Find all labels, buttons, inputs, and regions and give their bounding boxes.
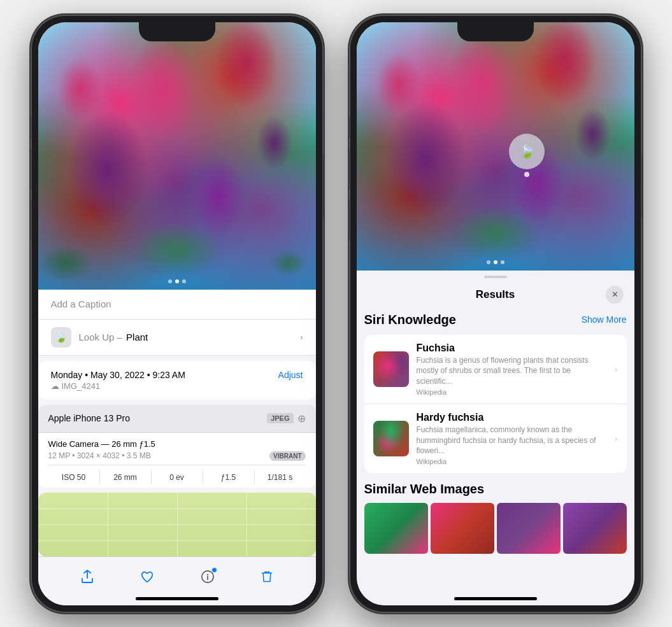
filename: IMG_4241	[62, 381, 101, 391]
visual-lookup-icon: 🍃	[51, 327, 71, 348]
fuchsia-thumb-image	[373, 351, 409, 387]
exif-row: ISO 50 26 mm 0 ev ƒ1.5 1/181 s	[48, 465, 306, 484]
hardy-fuchsia-source: Wikipedia	[417, 458, 607, 465]
info-button[interactable]	[196, 565, 220, 593]
camera-badges: JPEG ⊕	[267, 412, 305, 425]
phone2-home-indicator	[454, 597, 537, 600]
camera-header: Apple iPhone 13 Pro JPEG ⊕	[38, 405, 316, 433]
hardy-fuchsia-name: Hardy fuchsia	[417, 412, 607, 423]
fuchsia-description: Fuchsia is a genus of flowering plants t…	[417, 355, 607, 387]
hardy-fuchsia-chevron-icon: ›	[615, 433, 618, 444]
exif-f: ƒ1.5	[203, 470, 255, 484]
fuchsia-thumbnail	[373, 351, 409, 387]
lookup-subject: Plant	[126, 332, 148, 342]
info-badge	[211, 567, 217, 573]
map-line-v1	[108, 493, 108, 556]
map-area[interactable]	[38, 493, 316, 556]
map-line-v2	[177, 493, 178, 556]
flower-overlay	[38, 22, 316, 290]
exif-ev: 0 ev	[152, 470, 203, 484]
lookup-label: Look Up – Plant	[79, 332, 148, 342]
phone-1-screen: Add a Caption 🍃 Look Up – Plant › Monday…	[38, 22, 316, 605]
volume-up-button[interactable]	[31, 148, 31, 190]
phone2-volume-down-button[interactable]	[349, 199, 350, 241]
hardy-fuchsia-thumbnail	[373, 421, 409, 456]
exif-iso: ISO 50	[48, 470, 100, 484]
meta-cloud-row: ☁ IMG_4241	[51, 381, 303, 391]
photo-display[interactable]	[38, 22, 316, 290]
location-icon[interactable]: ⊕	[297, 412, 306, 425]
fuchsia-info: Fuchsia Fuchsia is a genus of flowering …	[417, 342, 607, 396]
hardy-fuchsia-description: Fuchsia magellanica, commonly known as t…	[417, 425, 607, 456]
close-icon: ✕	[611, 290, 618, 299]
notch	[139, 22, 215, 41]
volume-down-button[interactable]	[31, 199, 31, 241]
phone2-mute-button[interactable]	[349, 116, 350, 139]
dot-3	[182, 279, 186, 283]
dot2-2	[494, 260, 497, 264]
siri-knowledge-header: Siri Knowledge Show More	[364, 310, 627, 330]
hardy-fuchsia-info: Hardy fuchsia Fuchsia magellanica, commo…	[417, 412, 607, 465]
similar-image-4[interactable]	[563, 503, 627, 554]
siri-knowledge-title: Siri Knowledge	[364, 313, 456, 327]
vibrant-badge: VIBRANT	[269, 451, 305, 461]
similar-image-3[interactable]	[497, 503, 561, 554]
info-panel: Add a Caption 🍃 Look Up – Plant › Monday…	[38, 290, 316, 605]
page-dots-2	[487, 260, 504, 264]
flower-overlay-2	[357, 22, 634, 271]
phone-2: 🍃 Results ✕	[349, 15, 642, 613]
adjust-button[interactable]: Adjust	[278, 370, 303, 380]
map-line-v3	[247, 493, 247, 556]
results-content: Siri Knowledge Show More Fuchsia Fuchsia…	[357, 310, 634, 605]
fuchsia-chevron-icon: ›	[615, 364, 618, 374]
jpeg-badge: JPEG	[267, 413, 293, 423]
fuchsia-source: Wikipedia	[417, 388, 607, 396]
lookup-chevron-icon: ›	[300, 332, 303, 342]
knowledge-item-hardy-fuchsia[interactable]: Hardy fuchsia Fuchsia magellanica, commo…	[364, 404, 627, 473]
similar-title: Similar Web Images	[364, 482, 627, 497]
phone2-volume-up-button[interactable]	[349, 148, 350, 190]
delete-button[interactable]	[255, 565, 278, 593]
dot-1	[168, 279, 172, 283]
drag-handle[interactable]	[484, 276, 507, 278]
camera-section: Apple iPhone 13 Pro JPEG ⊕ Wide Camera —…	[38, 405, 316, 488]
share-button[interactable]	[75, 565, 99, 593]
camera-specs: 12 MP • 3024 × 4032 • 3.5 MB VIBRANT	[48, 451, 306, 461]
exif-mm: 26 mm	[100, 470, 152, 484]
knowledge-item-fuchsia[interactable]: Fuchsia Fuchsia is a genus of flowering …	[364, 335, 627, 404]
dot2-1	[487, 260, 490, 264]
phone2-notch	[457, 22, 534, 41]
dot2-3	[501, 260, 504, 264]
phone2-power-button[interactable]	[641, 155, 642, 218]
mute-button[interactable]	[31, 116, 31, 139]
favorite-button[interactable]	[135, 565, 159, 593]
results-panel: Results ✕ Siri Knowledge Show More	[357, 271, 634, 605]
phone-1: Add a Caption 🍃 Look Up – Plant › Monday…	[31, 15, 324, 613]
fuchsia-name: Fuchsia	[417, 342, 607, 354]
knowledge-card: Fuchsia Fuchsia is a genus of flowering …	[364, 335, 627, 474]
cloud-icon: ☁	[51, 381, 59, 391]
camera-mp: 12 MP • 3024 × 4032 • 3.5 MB	[48, 451, 151, 460]
meta-date-row: Monday • May 30, 2022 • 9:23 AM Adjust	[51, 370, 303, 380]
similar-section: Similar Web Images	[364, 482, 627, 554]
results-header: Results ✕	[357, 281, 634, 310]
meta-date: Monday • May 30, 2022 • 9:23 AM	[51, 370, 185, 380]
metadata-section: Monday • May 30, 2022 • 9:23 AM Adjust ☁…	[38, 361, 316, 400]
similar-image-2[interactable]	[431, 503, 494, 554]
visual-lookup-button[interactable]: 🍃	[509, 134, 545, 169]
exif-shutter: 1/181 s	[255, 470, 306, 484]
caption-row[interactable]: Add a Caption	[38, 290, 316, 320]
photo-display-2[interactable]: 🍃	[357, 22, 634, 271]
page-dots	[168, 279, 186, 283]
camera-wide: Wide Camera — 26 mm ƒ1.5	[48, 439, 306, 449]
home-indicator	[136, 597, 218, 600]
hardy-thumb-image	[373, 421, 409, 456]
close-button[interactable]: ✕	[606, 286, 624, 304]
lookup-row[interactable]: 🍃 Look Up – Plant ›	[38, 320, 316, 356]
caption-placeholder[interactable]: Add a Caption	[51, 299, 111, 309]
similar-image-1[interactable]	[364, 503, 428, 554]
show-more-button[interactable]: Show More	[582, 314, 627, 325]
power-button[interactable]	[323, 155, 324, 218]
dot-2	[175, 279, 179, 283]
results-title: Results	[476, 288, 515, 301]
